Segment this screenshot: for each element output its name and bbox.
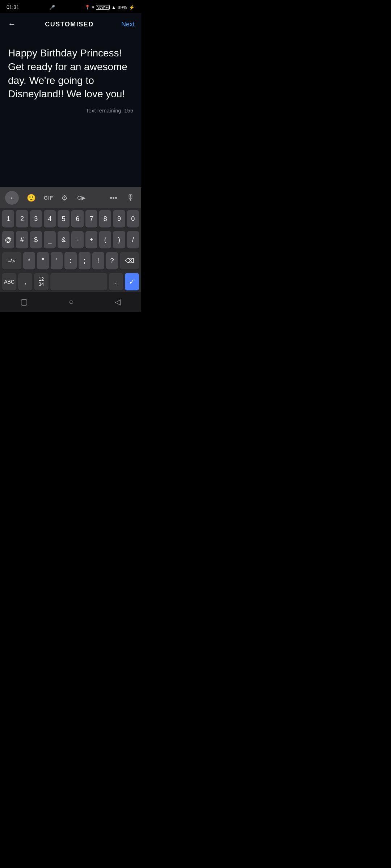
key-abc[interactable]: ABC [2,273,16,290]
battery-icon: ⚡ [129,5,135,10]
back-button[interactable]: ← [7,18,17,30]
key-colon[interactable]: : [64,252,76,269]
keyboard-collapse-button[interactable]: ‹ [5,191,19,205]
key-dquote[interactable]: " [37,252,49,269]
bottom-row: ABC , 12 34 . ✓ [0,271,141,292]
key-3[interactable]: 3 [30,210,42,227]
key-0[interactable]: 0 [127,210,139,227]
key-at[interactable]: @ [2,231,14,248]
message-text[interactable]: Happy Birthday Princess! Get ready for a… [8,46,133,101]
keyboard: ‹ 🙂 GIF ⚙ G▶ ••• 🎙 1 2 3 4 5 6 7 8 9 0 @… [0,187,141,292]
key-question[interactable]: ? [106,252,118,269]
status-bar: 01:31 🎤 📍 ▾ VoWiFi ▲ 39% ⚡ [0,0,141,13]
symbol-row-1: @ # $ _ & - + ( ) / [0,229,141,250]
more-button[interactable]: ••• [108,192,119,204]
key-5[interactable]: 5 [58,210,70,227]
next-button[interactable]: Next [121,21,135,28]
app-bar: ← CUSTOMISED Next [0,13,141,35]
keyboard-toolbar: ‹ 🙂 GIF ⚙ G▶ ••• 🎙 [0,187,141,208]
key-plus[interactable]: + [85,231,97,248]
key-star[interactable]: * [23,252,35,269]
key-8[interactable]: 8 [99,210,111,227]
key-exclaim[interactable]: ! [92,252,104,269]
nav-bar: ▢ ○ ◁ [0,292,141,312]
key-dollar[interactable]: $ [30,231,42,248]
signal-icon: ▲ [112,5,116,10]
key-4[interactable]: 4 [44,210,56,227]
key-space[interactable] [50,273,107,290]
key-special[interactable]: =\< [2,252,21,269]
key-squote[interactable]: ' [51,252,63,269]
key-ampersand[interactable]: & [58,231,70,248]
number-row: 1 2 3 4 5 6 7 8 9 0 [0,208,141,229]
key-semicolon[interactable]: ; [79,252,91,269]
key-hash[interactable]: # [16,231,28,248]
key-7[interactable]: 7 [85,210,97,227]
key-backspace[interactable]: ⌫ [120,252,139,269]
key-1[interactable]: 1 [2,210,14,227]
symbol-row-2: =\< * " ' : ; ! ? ⌫ [0,250,141,271]
wifi-icon: ▾ [92,5,94,10]
page-title: CUSTOMISED [17,21,121,28]
key-period[interactable]: . [109,273,123,290]
key-underscore[interactable]: _ [44,231,56,248]
message-area[interactable]: Happy Birthday Princess! Get ready for a… [0,35,141,187]
nav-home-icon[interactable]: ○ [69,297,73,307]
key-minus[interactable]: - [71,231,83,248]
translate-button[interactable]: G▶ [76,193,87,203]
status-icons: 📍 ▾ VoWiFi ▲ 39% ⚡ [85,5,135,10]
text-remaining-label: Text remaining: 155 [8,107,133,114]
mic-button[interactable]: 🎙 [125,192,136,204]
key-openparen[interactable]: ( [99,231,111,248]
numbers-switch-label: 12 34 [39,277,44,287]
settings-button[interactable]: ⚙ [60,192,69,204]
vowifi-icon: VoWiFi [96,5,110,10]
key-closeparen[interactable]: ) [113,231,125,248]
key-2[interactable]: 2 [16,210,28,227]
key-slash[interactable]: / [127,231,139,248]
key-9[interactable]: 9 [113,210,125,227]
nav-square-icon[interactable]: ▢ [20,297,28,307]
status-time: 01:31 [7,4,19,10]
key-comma[interactable]: , [18,273,32,290]
key-numbers-switch[interactable]: 12 34 [34,273,48,290]
battery-text: 39% [118,5,127,10]
mic-status-icon: 🎤 [49,5,55,10]
nav-back-icon[interactable]: ◁ [115,297,121,307]
location-icon: 📍 [85,5,90,10]
key-enter[interactable]: ✓ [125,273,139,290]
key-6[interactable]: 6 [71,210,83,227]
gif-button[interactable]: GIF [44,195,53,201]
emoji-button[interactable]: 🙂 [25,192,37,204]
